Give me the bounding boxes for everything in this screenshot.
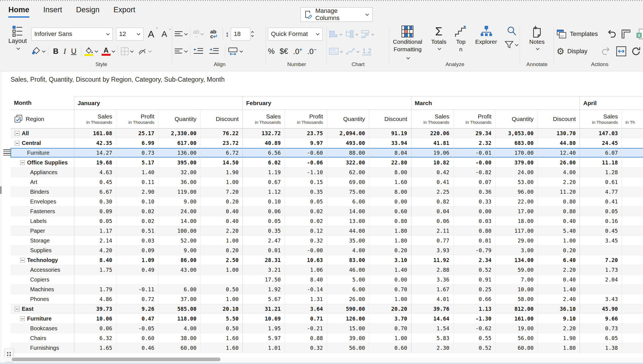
value-cell[interactable]: 58.00 bbox=[495, 294, 538, 304]
row-drag-handle[interactable] bbox=[3, 149, 11, 156]
value-cell[interactable]: 0.52 bbox=[453, 265, 495, 275]
line-chart-icon[interactable] bbox=[346, 47, 355, 55]
value-cell[interactable]: 5.97 bbox=[243, 333, 285, 343]
gantt-chart-icon[interactable] bbox=[361, 30, 370, 38]
value-cell[interactable]: 5.40 bbox=[538, 226, 580, 236]
value-cell[interactable]: 39.76 bbox=[411, 304, 453, 314]
value-cell[interactable]: 0.03 bbox=[116, 236, 158, 245]
value-cell[interactable]: 14.00 bbox=[327, 207, 369, 216]
row-label[interactable]: Envelopes bbox=[11, 197, 74, 206]
value-cell[interactable]: 22.80 bbox=[369, 158, 411, 167]
value-cell[interactable]: 9.00 bbox=[158, 246, 200, 255]
value-cell[interactable]: 1.67 bbox=[411, 285, 453, 294]
value-cell[interactable]: 0.12 bbox=[285, 226, 327, 236]
value-cell[interactable]: 0.77 bbox=[411, 236, 453, 245]
value-cell[interactable]: 40.89 bbox=[243, 138, 285, 148]
value-cell[interactable]: 1.80 bbox=[369, 236, 411, 245]
value-cell[interactable]: 2.20 bbox=[538, 177, 580, 187]
value-cell[interactable]: 0.06 bbox=[74, 324, 116, 333]
value-cell[interactable]: 0.02 bbox=[285, 216, 327, 226]
manage-columns-button[interactable]: Manage Columns bbox=[301, 7, 373, 22]
stepper-up-icon[interactable] bbox=[251, 31, 254, 34]
value-cell[interactable]: 8.40 bbox=[285, 275, 327, 284]
value-cell[interactable]: 26.00 bbox=[327, 294, 369, 304]
value-cell[interactable]: 6.00 bbox=[327, 285, 369, 294]
value-cell[interactable]: 39.00 bbox=[327, 333, 369, 343]
value-cell[interactable]: 590.00 bbox=[327, 304, 369, 314]
row-label[interactable]: Fasteners bbox=[11, 207, 74, 216]
increase-decimal-button[interactable]: .0+ bbox=[293, 47, 302, 56]
measure-header-discount[interactable]: Discount bbox=[369, 110, 411, 128]
conditional-formatting-button[interactable]: ConditionalFormatting bbox=[391, 25, 424, 60]
undo-icon[interactable] bbox=[606, 30, 616, 38]
value-cell[interactable]: 0.06 bbox=[411, 216, 453, 226]
row-label[interactable]: Appliances bbox=[11, 168, 74, 177]
value-cell[interactable]: 32.00 bbox=[158, 168, 200, 177]
row-label[interactable]: Paper bbox=[11, 226, 74, 236]
value-cell[interactable]: 0.05 bbox=[285, 197, 327, 206]
value-cell[interactable]: 0.20 bbox=[369, 246, 411, 255]
value-cell[interactable]: 1.90 bbox=[200, 168, 243, 177]
value-cell[interactable]: 1.73 bbox=[580, 265, 622, 275]
value-cell[interactable]: 0.55 bbox=[453, 333, 495, 343]
value-cell[interactable]: 1.17 bbox=[74, 226, 116, 236]
row-label[interactable]: Labels bbox=[11, 216, 74, 226]
collapse-icon[interactable] bbox=[20, 160, 25, 165]
row-label[interactable]: Technology bbox=[11, 255, 74, 265]
value-cell[interactable]: 19.06 bbox=[411, 148, 453, 157]
value-cell[interactable]: 31.21 bbox=[243, 304, 285, 314]
value-cell[interactable]: 0.35 bbox=[243, 226, 285, 236]
value-cell[interactable]: 9.66 bbox=[580, 314, 622, 323]
value-cell[interactable]: 29.00 bbox=[495, 236, 538, 245]
value-cell[interactable]: 7.20 bbox=[200, 187, 243, 196]
value-cell[interactable]: 0.40 bbox=[200, 216, 243, 226]
value-cell[interactable]: 2.20 bbox=[200, 226, 243, 236]
value-cell[interactable]: 0.46 bbox=[116, 343, 158, 353]
value-cell[interactable]: 38.00 bbox=[158, 333, 200, 343]
value-cell[interactable]: 28.31 bbox=[243, 255, 285, 265]
percent-format-button[interactable]: % bbox=[268, 47, 275, 56]
value-cell[interactable]: 11.92 bbox=[411, 255, 453, 265]
value-cell[interactable]: 0.32 bbox=[285, 343, 327, 353]
value-cell[interactable]: 4.86 bbox=[74, 294, 116, 304]
table-row[interactable]: Central42.356.99617.0023.7240.899.97493.… bbox=[11, 138, 643, 148]
value-cell[interactable]: 1.80 bbox=[538, 343, 580, 353]
value-cell[interactable]: 0.03 bbox=[453, 216, 495, 226]
value-cell[interactable]: 0.02 bbox=[116, 207, 158, 216]
value-cell[interactable]: 2.32 bbox=[453, 138, 495, 148]
measure-header-sales[interactable]: Salesin Thousands bbox=[411, 110, 453, 128]
value-cell[interactable]: 10.00 bbox=[495, 285, 538, 294]
value-cell[interactable]: 62.00 bbox=[327, 168, 369, 177]
value-cell[interactable]: 161.08 bbox=[74, 128, 116, 138]
measure-header-quantity[interactable]: Quantity bbox=[495, 110, 538, 128]
value-cell[interactable]: 0.50 bbox=[200, 324, 243, 333]
value-cell[interactable]: 6.56 bbox=[243, 148, 285, 157]
value-cell[interactable]: 75.00 bbox=[327, 187, 369, 196]
value-cell[interactable]: 76.22 bbox=[200, 128, 243, 138]
value-cell[interactable]: 0.67 bbox=[243, 177, 285, 187]
value-cell[interactable]: 45.90 bbox=[580, 304, 622, 314]
value-cell[interactable]: 15.00 bbox=[327, 324, 369, 333]
quick-format-select[interactable]: Quick Format bbox=[268, 28, 323, 40]
value-cell[interactable]: 1.13 bbox=[453, 304, 495, 314]
value-cell[interactable]: 0.01 bbox=[243, 246, 285, 255]
value-cell[interactable]: 1.38 bbox=[580, 343, 622, 353]
value-cell[interactable]: 35.00 bbox=[327, 236, 369, 245]
value-cell[interactable]: 0.70 bbox=[369, 324, 411, 333]
value-cell[interactable]: 0.82 bbox=[411, 197, 453, 206]
value-cell[interactable]: 0.70 bbox=[369, 285, 411, 294]
table-row[interactable]: Furniture10.060.47118.005.5010.690.71126… bbox=[11, 314, 643, 324]
value-cell[interactable]: -0.82 bbox=[453, 168, 495, 177]
row-label[interactable]: Furniture bbox=[11, 314, 74, 323]
horizontal-align-button[interactable] bbox=[174, 48, 188, 55]
value-cell[interactable]: 5.17 bbox=[116, 158, 158, 167]
row-label[interactable]: Accessories bbox=[11, 265, 74, 275]
value-cell[interactable]: 0.80 bbox=[369, 216, 411, 226]
table-row[interactable]: Appliances4.631.4032.001.901.19-1.1062.0… bbox=[11, 168, 643, 177]
value-cell[interactable]: 9.26 bbox=[116, 304, 158, 314]
value-cell[interactable]: -0.21 bbox=[285, 324, 327, 333]
value-cell[interactable]: 5.50 bbox=[200, 314, 243, 323]
row-dimension-header[interactable]: Region bbox=[11, 110, 74, 128]
value-cell[interactable]: 126.00 bbox=[327, 314, 369, 323]
bar-chart-icon[interactable] bbox=[329, 30, 338, 38]
